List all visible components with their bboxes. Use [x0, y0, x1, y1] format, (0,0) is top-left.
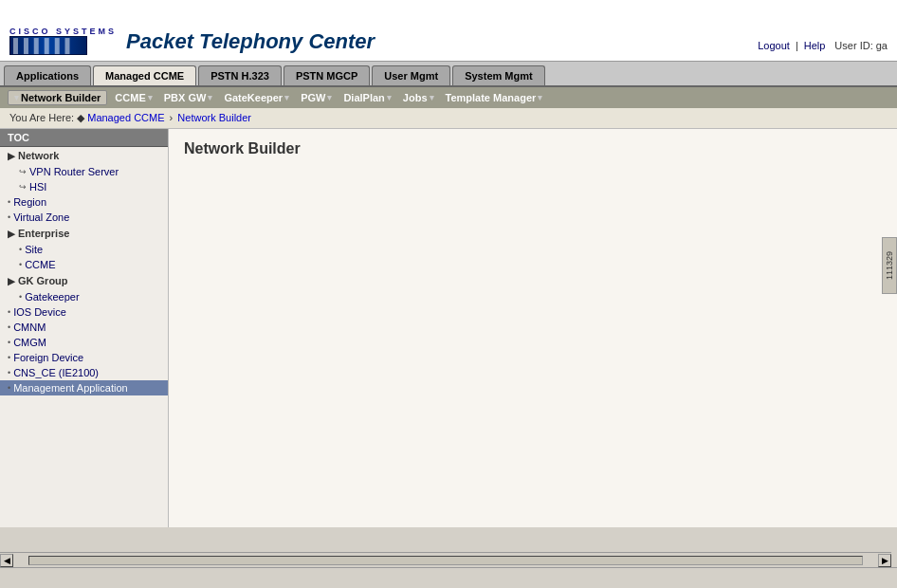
app-title: Packet Telephony Center: [126, 29, 375, 54]
toc-item-gatekeeper[interactable]: • Gatekeeper: [0, 289, 168, 304]
breadcrumb-prefix: You Are Here:: [9, 112, 74, 123]
main-content: TOC ▶ Network ↪ VPN Router Server ↪ HSI …: [0, 129, 897, 527]
status-bar: [0, 567, 897, 588]
scroll-right-arrow[interactable]: ▶: [878, 554, 891, 567]
toc-item-ccme[interactable]: • CCME: [0, 257, 168, 272]
version-tag: 111329: [882, 237, 897, 294]
toc-item-site[interactable]: • Site: [0, 242, 168, 257]
tab-pstn-h323[interactable]: PSTN H.323: [198, 65, 282, 85]
scroll-track[interactable]: [28, 556, 863, 565]
toc-item-cmnm[interactable]: • CMNM: [0, 320, 168, 335]
breadcrumb-separator: ›: [170, 112, 176, 123]
toc-item-foreign-device[interactable]: • Foreign Device: [0, 350, 168, 365]
toc-section-network[interactable]: ▶ Network: [0, 147, 168, 164]
help-link[interactable]: Help: [804, 40, 826, 51]
tab-user-mgmt[interactable]: User Mgmt: [372, 65, 450, 85]
tab-navigation: Applications Managed CCME PSTN H.323 PST…: [0, 62, 897, 87]
toc-item-hsi[interactable]: ↪ HSI: [0, 179, 168, 194]
scroll-left-arrow[interactable]: ◀: [0, 554, 13, 567]
cisco-text: CISCO SYSTEMS: [9, 27, 117, 36]
subnav-ccme[interactable]: CCME ▾: [111, 91, 156, 104]
toc-section-gk-group[interactable]: ▶ GK Group: [0, 272, 168, 289]
subnav-jobs[interactable]: Jobs ▾: [399, 91, 438, 104]
toc-item-virtual-zone[interactable]: • Virtual Zone: [0, 210, 168, 225]
subnav-gatekeeper[interactable]: GateKeeper ▾: [220, 91, 293, 104]
sub-navigation: ▾ Network Builder CCME ▾ PBX GW ▾ GateKe…: [0, 87, 897, 108]
subnav-network-builder[interactable]: ▾ Network Builder: [8, 90, 107, 105]
header-right: Logout | Help User ID: ga: [758, 40, 888, 61]
toc-item-region[interactable]: • Region: [0, 194, 168, 210]
breadcrumb: You Are Here: ◆ Managed CCME › Network B…: [0, 108, 897, 129]
content-title: Network Builder: [184, 140, 882, 157]
logout-link[interactable]: Logout: [758, 40, 790, 51]
content-area: Network Builder: [169, 129, 897, 527]
toc-header: TOC: [0, 129, 168, 147]
tab-pstn-mgcp[interactable]: PSTN MGCP: [284, 65, 370, 85]
horizontal-scrollbar[interactable]: ◀ ▶: [0, 552, 891, 567]
user-id-label: User ID: ga: [834, 40, 888, 51]
breadcrumb-network-builder[interactable]: Network Builder: [177, 112, 251, 123]
subnav-dialplan[interactable]: DialPlan ▾: [339, 91, 394, 104]
tab-system-mgmt[interactable]: System Mgmt: [452, 65, 545, 85]
toc-section-enterprise[interactable]: ▶ Enterprise: [0, 225, 168, 242]
tab-applications[interactable]: Applications: [4, 65, 91, 85]
subnav-template-manager[interactable]: Template Manager ▾: [442, 91, 547, 104]
subnav-pbx-gw[interactable]: PBX GW ▾: [160, 91, 217, 104]
cisco-logo: CISCO SYSTEMS ▌▌▌▌▌▌: [9, 27, 117, 55]
toc-sidebar: TOC ▶ Network ↪ VPN Router Server ↪ HSI …: [0, 129, 169, 527]
subnav-pgw[interactable]: PGW ▾: [297, 91, 336, 104]
breadcrumb-managed-ccme[interactable]: Managed CCME: [87, 112, 164, 123]
toc-item-cmgm[interactable]: • CMGM: [0, 335, 168, 350]
toc-item-vpn-router-server[interactable]: ↪ VPN Router Server: [0, 164, 168, 179]
toc-item-management-app[interactable]: • Management Application: [0, 380, 168, 395]
header: CISCO SYSTEMS ▌▌▌▌▌▌ Packet Telephony Ce…: [0, 0, 897, 62]
tab-managed-ccme[interactable]: Managed CCME: [93, 65, 196, 85]
logo-area: CISCO SYSTEMS ▌▌▌▌▌▌: [9, 27, 117, 57]
toc-item-cns-ce[interactable]: • CNS_CE (IE2100): [0, 365, 168, 380]
toc-item-ios-device[interactable]: • IOS Device: [0, 304, 168, 320]
